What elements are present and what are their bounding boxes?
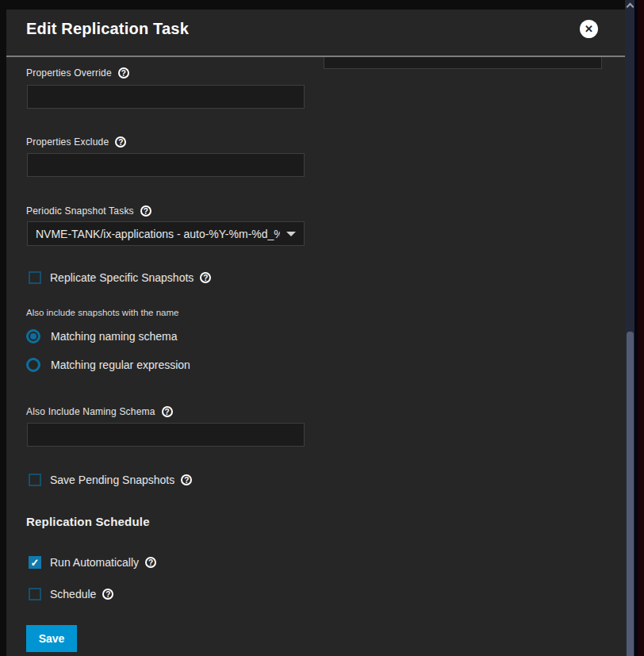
properties-exclude-label-row: Properties Exclude ? <box>26 136 126 148</box>
help-icon[interactable]: ? <box>140 205 151 217</box>
matching-naming-schema-radio[interactable] <box>26 329 40 343</box>
background-strip-outer <box>638 0 644 656</box>
scrollbar-thumb[interactable] <box>627 332 634 656</box>
help-icon[interactable]: ? <box>115 136 126 148</box>
help-icon[interactable]: ? <box>162 406 173 417</box>
properties-exclude-input[interactable] <box>27 153 305 177</box>
periodic-snapshot-tasks-label: Periodic Snapshot Tasks <box>26 205 134 217</box>
matching-regular-expression-radio[interactable] <box>26 358 40 372</box>
help-icon[interactable]: ? <box>145 557 156 568</box>
replicate-specific-snapshots-checkbox[interactable] <box>29 271 41 284</box>
schedule-checkbox[interactable] <box>29 588 41 600</box>
properties-override-label-row: Properties Override ? <box>26 67 129 79</box>
matching-regular-expression-label: Matching regular expression <box>51 359 190 371</box>
schedule-row: Schedule ? <box>29 588 113 600</box>
edit-replication-task-dialog: Edit Replication Task ✕ Properties Overr… <box>6 10 625 656</box>
save-pending-snapshots-label: Save Pending Snapshots <box>50 474 174 486</box>
run-automatically-label: Run Automatically <box>50 556 139 569</box>
also-include-naming-schema-label-row: Also Include Naming Schema ? <box>26 406 173 417</box>
matching-naming-schema-row: Matching naming schema <box>26 329 178 343</box>
scroll-up-arrow-icon[interactable] <box>627 2 633 9</box>
periodic-snapshot-tasks-label-row: Periodic Snapshot Tasks ? <box>26 205 151 217</box>
save-pending-snapshots-checkbox[interactable] <box>29 474 41 486</box>
run-automatically-row: ✓ Run Automatically ? <box>29 556 156 569</box>
matching-naming-schema-label: Matching naming schema <box>51 330 178 343</box>
replicate-specific-snapshots-label: Replicate Specific Snapshots <box>50 271 194 284</box>
dialog-title: Edit Replication Task <box>26 20 189 38</box>
properties-override-input[interactable] <box>27 85 305 109</box>
page-background: Edit Replication Task ✕ Properties Overr… <box>0 0 644 656</box>
help-icon[interactable]: ? <box>181 474 192 485</box>
replicate-specific-snapshots-row: Replicate Specific Snapshots ? <box>29 271 211 284</box>
radio-dot <box>30 333 36 340</box>
replication-schedule-heading: Replication Schedule <box>26 515 150 528</box>
periodic-snapshot-tasks-selected-value: NVME-TANK/ix-applications - auto-%Y-%m-%… <box>36 228 280 240</box>
checkmark-icon: ✓ <box>31 558 40 568</box>
schedule-label: Schedule <box>50 588 96 600</box>
partially-scrolled-input[interactable] <box>324 57 602 69</box>
properties-exclude-label: Properties Exclude <box>26 136 109 148</box>
properties-override-label: Properties Override <box>26 67 112 79</box>
save-pending-snapshots-row: Save Pending Snapshots ? <box>29 474 192 486</box>
run-automatically-checkbox[interactable]: ✓ <box>29 556 41 569</box>
radio-dot <box>30 362 36 368</box>
snapshot-name-group-label: Also include snapshots with the name <box>26 308 178 317</box>
dropdown-caret-icon <box>286 232 296 236</box>
also-include-naming-schema-label: Also Include Naming Schema <box>26 406 155 417</box>
help-icon[interactable]: ? <box>102 589 113 600</box>
periodic-snapshot-tasks-select[interactable]: NVME-TANK/ix-applications - auto-%Y-%m-%… <box>27 221 305 246</box>
close-button[interactable]: ✕ <box>580 20 598 38</box>
also-include-naming-schema-input[interactable] <box>27 423 305 447</box>
save-button[interactable]: Save <box>26 625 77 652</box>
matching-regular-expression-row: Matching regular expression <box>26 358 190 372</box>
close-icon: ✕ <box>585 24 593 34</box>
help-icon[interactable]: ? <box>200 272 211 283</box>
help-icon[interactable]: ? <box>118 67 129 79</box>
